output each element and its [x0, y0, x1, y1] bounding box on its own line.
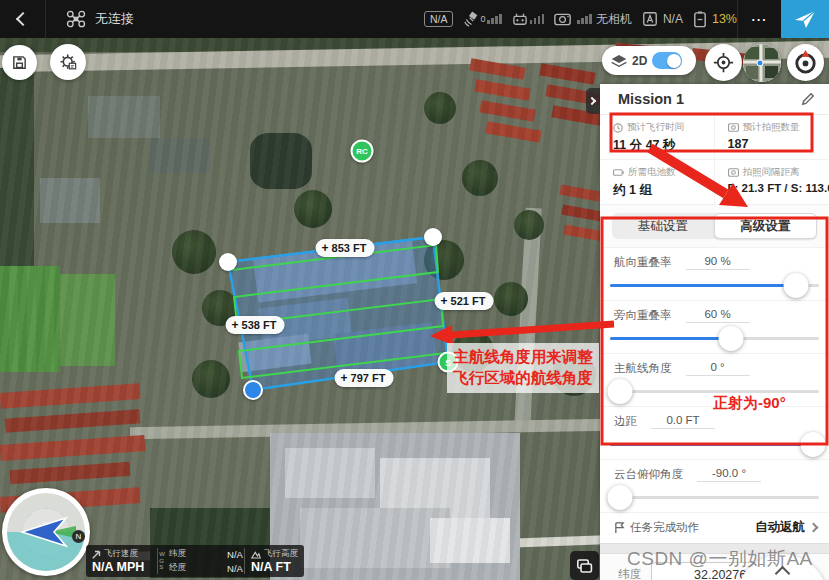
rc-signal [512, 12, 545, 26]
speed-value: N/A MPH [92, 560, 151, 574]
takeoff-button[interactable] [781, 0, 829, 38]
slider-handle[interactable] [800, 432, 825, 457]
stat-photo-count: 预计拍照数量 187 [715, 115, 829, 160]
plus-icon: + [441, 294, 448, 308]
rc-signal-bars [530, 14, 545, 24]
plus-icon: + [232, 318, 239, 332]
clock-icon [613, 123, 623, 133]
finish-action-row[interactable]: 任务完成动作 自动返航 [600, 512, 829, 543]
stat-battery-count: 所需电池数 约 1 组 [600, 160, 715, 205]
route-angle-slider[interactable] [610, 378, 819, 404]
tab-basic-settings[interactable]: 基础设置 [612, 213, 714, 239]
telemetry-altitude: 飞行高度 N/A FT [245, 545, 304, 577]
polygon-vertex[interactable] [219, 253, 237, 271]
slider-row-gimbal-pitch: 云台俯仰角度-90.0 ° [600, 459, 829, 512]
gps-status: 0 [463, 11, 502, 27]
drone-icon [66, 10, 86, 28]
map-mode-switch: 2D [602, 46, 696, 75]
map-layers-button[interactable] [570, 551, 599, 580]
gimbal-pitch-value[interactable]: -90.0 ° [697, 467, 761, 482]
flight-mode-status: N/A [642, 11, 683, 27]
course-overlap-value[interactable]: 90 % [686, 255, 750, 270]
altitude-icon [251, 550, 261, 559]
toggle-knob [667, 54, 681, 68]
margin-value[interactable]: 0.0 FT [651, 414, 715, 429]
device-battery-icon [693, 11, 707, 28]
lat-value: N/A [227, 549, 243, 560]
satellite-icon [463, 11, 480, 27]
camera-status-label: 无相机 [596, 11, 632, 28]
telemetry-coords: WGS 纬度N/A 经度N/A [158, 545, 244, 577]
side-overlap-slider[interactable] [610, 325, 819, 351]
satellite-count: 0 [480, 14, 485, 24]
save-mission-button[interactable] [2, 45, 37, 80]
panel-header: Mission 1 [600, 84, 829, 115]
rc-location-marker: RC [351, 140, 374, 163]
aircraft-status-badge: N/A [424, 11, 454, 27]
airplane-icon [793, 7, 817, 31]
app-screen: +853 FT +521 FT +538 FT +797 FT S RC 2D [0, 0, 829, 580]
gps-signal-bars [487, 14, 502, 24]
edge-distance-label: +797 FT [335, 369, 394, 387]
altitude-value: N/A FT [251, 560, 298, 574]
battery-percent: 13% [712, 12, 737, 26]
locate-button[interactable] [705, 44, 742, 81]
map-mode-label: 2D [632, 54, 647, 68]
slider-row-side-overlap: 旁向重叠率60 % [600, 300, 829, 353]
edge-distance-label: +853 FT [316, 239, 375, 257]
panel-collapse-handle[interactable] [586, 88, 600, 114]
layers-icon [611, 54, 627, 68]
slider-handle[interactable] [784, 273, 809, 298]
tab-advanced-settings[interactable]: 高级设置 [714, 213, 818, 239]
vertex-nudge-dpad[interactable] [736, 554, 828, 580]
lat-field-label: 纬度 [618, 567, 644, 580]
section-divider [600, 543, 829, 554]
course-overlap-slider[interactable] [610, 272, 819, 298]
battery-icon [613, 168, 624, 177]
wgs-label: WGS [159, 547, 165, 575]
camera-icon [554, 13, 571, 26]
gear-icon [59, 53, 78, 72]
advanced-sliders: 航向重叠率90 % 旁向重叠率60 % 主航线角度0 ° 边距0.0 FT 云台… [600, 247, 829, 512]
nudge-up-button[interactable] [775, 566, 791, 580]
slider-handle[interactable] [608, 485, 633, 510]
telemetry-bar: 飞行速度 N/A MPH WGS 纬度N/A 经度N/A 飞行高度 N/A FT [86, 545, 304, 577]
compass-reset-button[interactable] [787, 44, 824, 81]
edge-distance-label: +521 FT [435, 292, 494, 310]
slider-row-route-angle: 主航线角度0 ° [600, 353, 829, 406]
slider-handle[interactable] [719, 326, 744, 351]
side-overlap-value[interactable]: 60 % [686, 308, 750, 323]
telemetry-speed: 飞行速度 N/A MPH [86, 545, 157, 577]
chevron-right-icon [809, 523, 819, 533]
flight-mode-value: N/A [663, 12, 683, 26]
mission-settings-button[interactable] [50, 44, 86, 80]
chevron-left-icon [15, 12, 29, 26]
plus-icon: + [341, 371, 348, 385]
save-icon [11, 54, 28, 71]
finish-action-value: 自动返航 [755, 519, 805, 536]
map-2d-toggle[interactable] [652, 52, 682, 69]
photo-icon [728, 123, 739, 132]
start-point-marker[interactable]: S [438, 352, 459, 373]
route-angle-value[interactable]: 0 ° [686, 361, 750, 376]
back-button[interactable] [0, 0, 46, 38]
edit-pencil-icon[interactable] [801, 92, 815, 106]
polygon-vertex[interactable] [424, 228, 442, 246]
camera-status: 无相机 [554, 11, 632, 28]
lng-value: N/A [227, 563, 243, 574]
settings-tabbar: 基础设置 高级设置 [612, 213, 817, 239]
compass-icon [792, 49, 819, 76]
mission-title: Mission 1 [618, 91, 801, 107]
gimbal-pitch-slider[interactable] [610, 484, 819, 510]
mission-stats: 预计飞行时间 11 分 47 秒 预计拍照数量 187 所需电池数 约 1 组 … [600, 115, 829, 205]
coords-section: 纬度 32.202764195 经度 118.716763493 [600, 554, 829, 580]
margin-slider[interactable] [610, 431, 819, 457]
flight-mode-icon [642, 11, 658, 27]
more-menu-button[interactable]: ⋯ [737, 0, 781, 38]
speed-arrow-icon [92, 550, 101, 559]
minimap-button[interactable] [743, 44, 781, 82]
remote-controller-icon [512, 12, 528, 26]
polygon-vertex-selected[interactable] [243, 380, 263, 400]
edge-distance-label: +538 FT [226, 316, 285, 334]
slider-handle[interactable] [608, 379, 633, 404]
